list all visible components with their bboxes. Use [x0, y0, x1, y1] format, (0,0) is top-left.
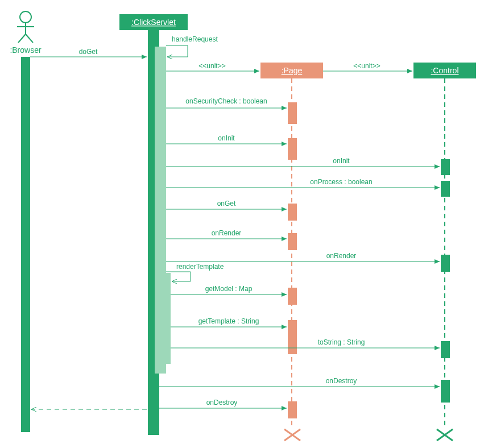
- clickservlet-activation-render: [159, 273, 171, 364]
- svg-text:onDestroy: onDestroy: [206, 399, 238, 406]
- svg-rect-16: [441, 181, 450, 197]
- svg-rect-20: [288, 233, 297, 250]
- page-label: :Page: [282, 66, 303, 75]
- svg-rect-12: [288, 138, 297, 160]
- actor-browser-label: :Browser: [10, 45, 42, 55]
- svg-rect-14: [441, 159, 450, 175]
- svg-rect-25: [288, 288, 297, 305]
- svg-text:doGet: doGet: [79, 48, 98, 56]
- svg-text:<<unit>>: <<unit>>: [198, 62, 225, 70]
- svg-text:onSecurityCheck : boolean: onSecurityCheck : boolean: [185, 97, 267, 105]
- svg-line-3: [18, 34, 26, 43]
- svg-rect-27: [288, 320, 297, 354]
- svg-text:renderTemplate: renderTemplate: [176, 263, 224, 271]
- svg-text:handleRequest: handleRequest: [172, 35, 218, 43]
- svg-rect-31: [441, 380, 450, 403]
- svg-line-4: [26, 34, 33, 43]
- svg-rect-29: [441, 341, 450, 358]
- control-destroy-x: [437, 429, 453, 441]
- svg-text:onGet: onGet: [217, 200, 236, 208]
- svg-text:onRender: onRender: [212, 229, 242, 237]
- actor-browser: :Browser: [10, 11, 42, 55]
- svg-text:getTemplate : String: getTemplate : String: [198, 317, 259, 325]
- svg-rect-10: [288, 102, 297, 124]
- page-destroy-x: [284, 429, 300, 441]
- svg-text:onInit: onInit: [218, 134, 235, 142]
- svg-text:onRender: onRender: [326, 252, 357, 260]
- control-label: :Control: [431, 66, 458, 75]
- svg-rect-18: [288, 204, 297, 221]
- browser-activation: [21, 57, 30, 432]
- clickservlet-label: :ClickServlet: [131, 18, 176, 27]
- svg-point-0: [20, 11, 31, 23]
- svg-text:getModel : Map: getModel : Map: [205, 285, 253, 293]
- svg-rect-22: [441, 255, 450, 272]
- svg-text:onInit: onInit: [333, 157, 350, 165]
- sequence-diagram: :Browser :ClickServlet :Page :Control do…: [0, 0, 484, 448]
- svg-text:onDestroy: onDestroy: [326, 377, 357, 385]
- svg-rect-33: [288, 401, 297, 418]
- svg-text:<<unit>>: <<unit>>: [353, 62, 380, 70]
- svg-text:toString : String: toString : String: [318, 338, 365, 346]
- svg-text:onProcess : boolean: onProcess : boolean: [310, 178, 372, 186]
- msg-handlerequest: [166, 45, 188, 57]
